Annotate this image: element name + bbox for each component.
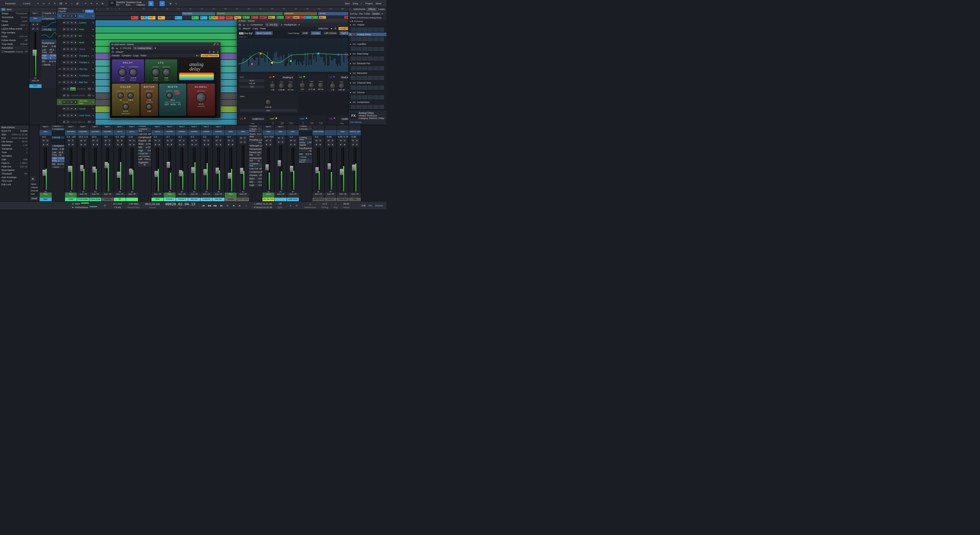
edit-view-button[interactable]: Edit: [361, 204, 366, 207]
mix-view-button[interactable]: Mix: [369, 204, 372, 207]
mute-button[interactable]: M: [92, 139, 95, 142]
mixer-channel[interactable]: LEAD VERB -6.0 MS ●● 36 Auto: Off LEAD D…: [312, 125, 325, 201]
auto-off[interactable]: Auto: Off: [237, 36, 348, 38]
automation-mode[interactable]: Read: [65, 193, 77, 198]
channel-output[interactable]: GUITARS: [65, 130, 77, 135]
channel-input[interactable]: Input 1: [200, 125, 212, 130]
lfo-type[interactable]: TYPE: [164, 79, 169, 81]
prop-value[interactable]: None: [22, 20, 27, 22]
track-row[interactable]: 24MS●●B3∿: [57, 33, 95, 39]
mute-button[interactable]: M: [265, 139, 268, 142]
solo-button[interactable]: S: [293, 139, 296, 142]
event-value[interactable]: 1.00: [23, 144, 27, 147]
feedback-knob[interactable]: [129, 68, 137, 77]
channel-name[interactable]: Chunk Guitar: [89, 198, 101, 201]
mute-button[interactable]: M: [178, 139, 182, 142]
llc-freq[interactable]: 80 Hz: [240, 79, 264, 82]
event-value[interactable]: 0: [26, 151, 27, 153]
tab-proeq[interactable]: 2 - Pro EQ: [265, 23, 279, 27]
monitor[interactable]: ●: [182, 143, 186, 146]
monitor[interactable]: ●: [74, 113, 77, 117]
song-page-button[interactable]: Song: [353, 2, 358, 5]
monitor[interactable]: ●: [194, 143, 198, 146]
mixer-channel[interactable]: Input 1 KEYS 2.0 MS ●● Auto: Off Wurli: [151, 125, 164, 201]
mute-button[interactable]: M: [62, 101, 66, 104]
power-icon[interactable]: ⏻: [239, 24, 241, 26]
control-menu[interactable]: Control: [20, 2, 33, 5]
automation-mode[interactable]: Auto: Off: [188, 193, 200, 198]
event-value[interactable]: 0%: [24, 172, 27, 175]
mixer-channel[interactable]: Input 1 GUITARS -10.0L11 MS ●● 22 Auto: …: [77, 125, 89, 201]
channel-name[interactable]: [275, 198, 286, 201]
automation-mode[interactable]: Auto: Off: [114, 193, 126, 198]
mute-button[interactable]: M: [62, 113, 66, 117]
width-knob[interactable]: [167, 93, 173, 99]
start-page-button[interactable]: Start: [345, 2, 350, 5]
channel-input[interactable]: [337, 125, 349, 130]
mixer-channel[interactable]: Input 1 HORNS -0.2 MS ●● 29 Auto: Off Tr…: [200, 125, 213, 201]
lfo-sync[interactable]: SYNC: [153, 79, 158, 81]
mixer-nav-item[interactable]: Inputs: [30, 182, 38, 186]
copy-button[interactable]: Copy: [253, 27, 258, 30]
channel-name[interactable]: Alto Sax: [188, 198, 200, 201]
gain-knob[interactable]: [339, 83, 345, 89]
fader[interactable]: [217, 147, 218, 190]
automation-mode[interactable]: Auto: Off: [275, 193, 286, 198]
mixer-channel[interactable]: Input 1 HORNS -3.7 MS ●● 26 Read Trumpet…: [164, 125, 176, 201]
monitor[interactable]: ●: [95, 143, 99, 146]
record-arm[interactable]: ●: [80, 143, 83, 146]
goto-end-button[interactable]: ▶|: [219, 203, 224, 208]
event-value[interactable]: 239 ms: [20, 165, 27, 168]
mute-button[interactable]: M: [203, 139, 206, 142]
redlight-insert[interactable]: RedlightDist: [42, 42, 54, 44]
chord-block[interactable]: Am: [158, 16, 165, 20]
event-value[interactable]: 0: [26, 147, 27, 150]
mute-button[interactable]: M: [62, 41, 66, 44]
channel-name[interactable]: Listen Bus: [337, 198, 349, 201]
activate-button[interactable]: Activate: [111, 54, 119, 57]
solo-button[interactable]: S: [95, 139, 99, 142]
browse-view-button[interactable]: Browse: [375, 204, 383, 207]
q-knob[interactable]: [299, 82, 305, 88]
track-row[interactable]: 28MS●●Alto Sax∿: [57, 66, 95, 72]
automation-mode[interactable]: Auto: Off: [349, 193, 361, 198]
mute-button[interactable]: M: [62, 80, 66, 84]
track-row[interactable]: 29MS●●Trombone∿: [57, 72, 95, 79]
sync-toggle[interactable]: SYNC: [120, 79, 125, 81]
record-arm[interactable]: ●: [42, 143, 45, 146]
tab-analog-delay[interactable]: 2 - Analog Delay: [133, 46, 153, 50]
stop-button[interactable]: ■: [231, 203, 236, 208]
channel-name[interactable]: [126, 198, 138, 201]
play-button[interactable]: ▶: [237, 203, 242, 208]
solo-button[interactable]: S: [46, 139, 49, 142]
record-arm[interactable]: ●: [70, 113, 73, 117]
amount-knob[interactable]: [162, 68, 170, 77]
pp-off[interactable]: OFF: [164, 103, 169, 106]
analog-delay-window[interactable]: ● Lead Vocal - Inserts📌✕ ⏻ ▲ 1 - Pro EQ …: [110, 42, 221, 118]
freq-knob[interactable]: [339, 124, 345, 125]
solo-button[interactable]: S: [66, 41, 70, 44]
channel-name[interactable]: Funk Guitar: [77, 198, 89, 201]
fader[interactable]: [156, 147, 157, 192]
channel-input[interactable]: Input 1: [40, 125, 52, 130]
mixer-channel[interactable]: Input 1 GUITARS -10.0 MS ●● 23 Auto: Off…: [89, 125, 102, 201]
paste-button[interactable]: Paste: [140, 54, 146, 57]
mute-button[interactable]: M: [80, 139, 83, 142]
mute-button[interactable]: M: [116, 139, 119, 142]
gain-knob[interactable]: [309, 82, 315, 88]
metronome-toggle[interactable]: △: [309, 203, 311, 205]
mute-button[interactable]: M: [62, 107, 66, 110]
monitor[interactable]: ●: [108, 143, 111, 146]
mute-button[interactable]: M: [315, 139, 318, 142]
channel-input[interactable]: [225, 125, 237, 130]
mute-tool[interactable]: ✕: [64, 1, 69, 6]
browser-tab[interactable]: Effects: [367, 7, 377, 12]
record-arm[interactable]: ●: [70, 80, 73, 84]
sort-folder[interactable]: Folder: [364, 13, 371, 15]
browser-item[interactable]: ▸FXCompressor: [348, 101, 387, 104]
channel-output[interactable]: Main: [225, 130, 237, 135]
fader[interactable]: [181, 147, 181, 190]
close-icon[interactable]: ✕: [217, 43, 219, 46]
chord-block[interactable]: C: [218, 16, 225, 20]
inserts-menu[interactable]: ▾ +: [53, 12, 56, 14]
